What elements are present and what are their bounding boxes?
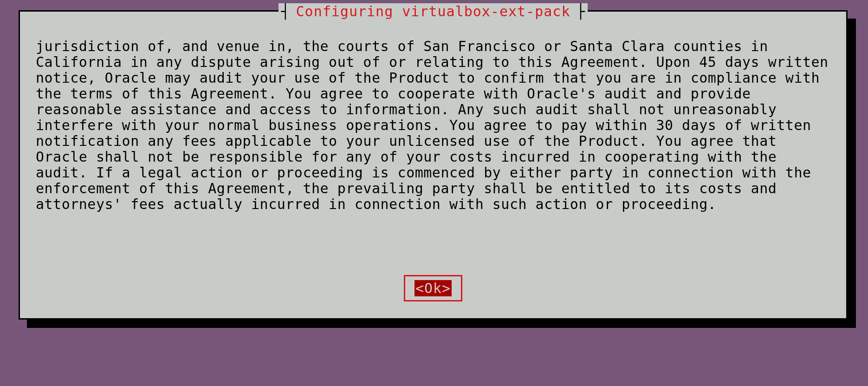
dialog-title-bar: ┤ Configuring virtualbox-ext-pack ├ <box>20 3 846 20</box>
ok-button-frame: <Ok> <box>404 275 462 301</box>
dialog-title: Configuring virtualbox-ext-pack <box>294 3 572 20</box>
config-dialog: ┤ Configuring virtualbox-ext-pack ├ juri… <box>19 10 848 320</box>
button-row: <Ok> <box>20 275 846 301</box>
title-decoration-left: ┤ <box>281 3 290 20</box>
title-decoration-right: ├ <box>577 3 585 20</box>
license-text: jurisdiction of, and venue in, the court… <box>36 39 830 212</box>
ok-button[interactable]: <Ok> <box>415 280 452 296</box>
